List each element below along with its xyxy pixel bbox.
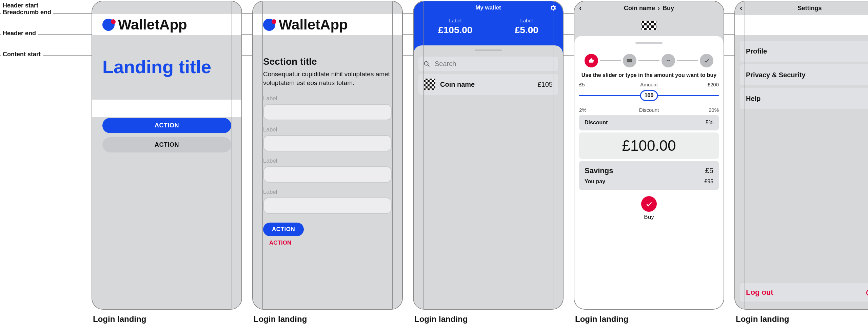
settings-item-privacy[interactable]: Privacy & Security › [740, 64, 868, 85]
brand-name: WalletApp [118, 17, 187, 33]
drag-handle[interactable] [635, 42, 663, 44]
breadcrumb-current: Buy [663, 5, 674, 12]
savings-value: £5 [705, 166, 713, 175]
submit-button[interactable]: ACTION [263, 223, 304, 236]
text-input[interactable] [263, 166, 392, 183]
svg-rect-3 [627, 60, 632, 61]
screen-wallet: My wallet Label £105.00 Label £5.00 [413, 1, 564, 310]
svg-point-6 [867, 290, 868, 295]
logout-button[interactable]: Log out [740, 283, 868, 302]
step-basket-icon[interactable] [585, 54, 598, 67]
amount-max: £200 [708, 82, 719, 87]
field-label: Label [263, 158, 392, 164]
power-icon [865, 288, 868, 296]
instruction-text: Use the slider or type in the amount you… [574, 72, 724, 82]
page-title: Settings [797, 5, 822, 12]
brand-logo-icon [102, 19, 115, 31]
screen-caption: Login landing [734, 314, 868, 324]
search-input[interactable]: Search [418, 57, 558, 71]
coin-value: £105 [538, 81, 553, 88]
brand-logo-icon [263, 19, 275, 31]
screen-form: WalletApp Section title Consequatur cupi… [252, 1, 403, 310]
guide-breadcrumb-end: Breadcrumb end [1, 8, 53, 17]
field-label: Label [263, 189, 392, 195]
screen-caption: Login landing [413, 314, 564, 324]
step-dots-icon[interactable] [662, 54, 675, 67]
amount-slider[interactable]: 100 [579, 89, 719, 102]
balance-value: £105.00 [438, 25, 472, 36]
page-title: My wallet [475, 4, 501, 11]
check-icon [645, 200, 653, 208]
step-card-icon[interactable] [623, 54, 636, 67]
youpay-value: £95 [704, 179, 713, 185]
slider-thumb[interactable]: 100 [640, 90, 658, 101]
back-icon[interactable]: ‹ [579, 4, 581, 13]
breadcrumb-separator-icon: › [658, 5, 660, 12]
savings-title: Savings [585, 166, 613, 175]
step-done-icon[interactable] [700, 54, 713, 67]
svg-point-4 [667, 60, 668, 61]
discount-row-label: Discount [585, 120, 608, 126]
balance-value: £5.00 [515, 25, 538, 36]
coin-row[interactable]: Coin name £105 [418, 74, 558, 95]
discount-row-value: 5% [706, 120, 713, 126]
guide-header-end: Header end [1, 29, 38, 38]
logout-label: Log out [746, 288, 773, 297]
svg-point-5 [668, 60, 670, 61]
balance-label: Label [515, 18, 538, 23]
settings-item-profile[interactable]: Profile › [740, 41, 868, 62]
screen-landing-simple: WalletApp Landing title ACTION ACTION [92, 1, 242, 310]
coin-name: Coin name [440, 81, 475, 88]
coin-icon [642, 21, 656, 30]
settings-item-label: Privacy & Security [746, 71, 806, 79]
screen-caption: Login landing [252, 314, 403, 324]
search-placeholder: Search [435, 60, 456, 68]
settings-item-label: Profile [746, 47, 767, 55]
section-body: Consequatur cupiditate nihil voluptates … [263, 70, 392, 87]
buy-label: Buy [574, 214, 724, 221]
screen-caption: Login landing [92, 314, 242, 324]
section-title: Section title [263, 56, 392, 67]
settings-item-help[interactable]: Help › [740, 88, 868, 109]
settings-item-label: Help [746, 95, 761, 103]
youpay-label: You pay [585, 179, 605, 185]
screen-caption: Login landing [574, 314, 724, 324]
search-icon [423, 60, 431, 68]
amount-label: Amount [640, 82, 658, 87]
primary-action-button[interactable]: ACTION [102, 118, 231, 133]
drag-handle[interactable] [475, 49, 502, 51]
screen-settings: ‹ Settings Profile › Privacy & Security … [734, 1, 868, 310]
brand-name: WalletApp [279, 17, 348, 33]
text-input[interactable] [263, 198, 392, 214]
coin-icon [424, 79, 435, 90]
breadcrumb-parent[interactable]: Coin name [624, 5, 655, 12]
buy-button[interactable] [641, 196, 657, 212]
screen-buy: ‹ Coin name › Buy [574, 1, 724, 310]
svg-rect-2 [627, 59, 632, 62]
back-icon[interactable]: ‹ [740, 4, 742, 13]
discount-min: 2% [579, 107, 587, 113]
guide-content-start: Content start [1, 50, 43, 59]
balance-label: Label [438, 18, 472, 23]
field-label: Label [263, 126, 392, 133]
svg-line-1 [428, 65, 429, 66]
landing-title: Landing title [102, 57, 231, 77]
discount-label: Discount [639, 107, 659, 113]
svg-point-0 [425, 61, 428, 65]
secondary-action-button[interactable]: ACTION [102, 137, 231, 152]
text-input[interactable] [263, 104, 392, 120]
amount-display[interactable]: £100.00 [579, 132, 719, 159]
field-label: Label [263, 95, 392, 102]
accent-link[interactable]: ACTION [263, 236, 392, 250]
text-input[interactable] [263, 135, 392, 151]
